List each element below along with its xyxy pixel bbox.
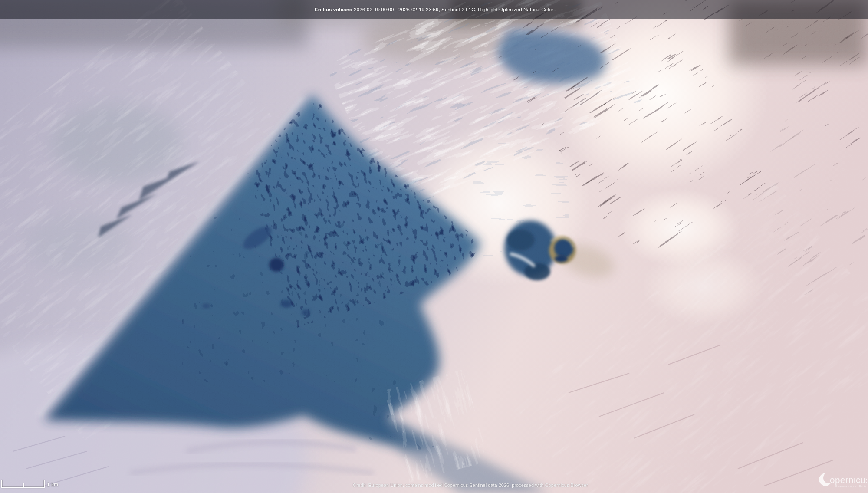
scale-bar-bracket [1,480,45,488]
copernicus-logo: opernicus Europe's eyes on Earth [819,470,867,491]
credit-text: Credit: European Union, contains modifie… [353,483,588,488]
scale-bar-mid-tick [23,483,24,487]
copernicus-logo-graphic: opernicus Europe's eyes on Earth [819,470,867,490]
satellite-scene [0,0,868,493]
scale-bar: 1 km [1,480,58,488]
caption-bar: Erebus volcano 2026-02-19 00:00 - 2026-0… [0,0,868,19]
scale-bar-label: 1 km [47,482,58,488]
caption-text: Erebus volcano 2026-02-19 00:00 - 2026-0… [315,7,553,12]
satellite-export-image: Erebus volcano 2026-02-19 00:00 - 2026-0… [0,0,868,493]
caption-details: 2026-02-19 00:00 - 2026-02-19 23:59, Sen… [352,7,553,12]
caption-layer-name: Erebus volcano [315,7,352,12]
logo-tagline: Europe's eyes on Earth [835,485,866,487]
logo-wordmark: opernicus [830,475,867,485]
